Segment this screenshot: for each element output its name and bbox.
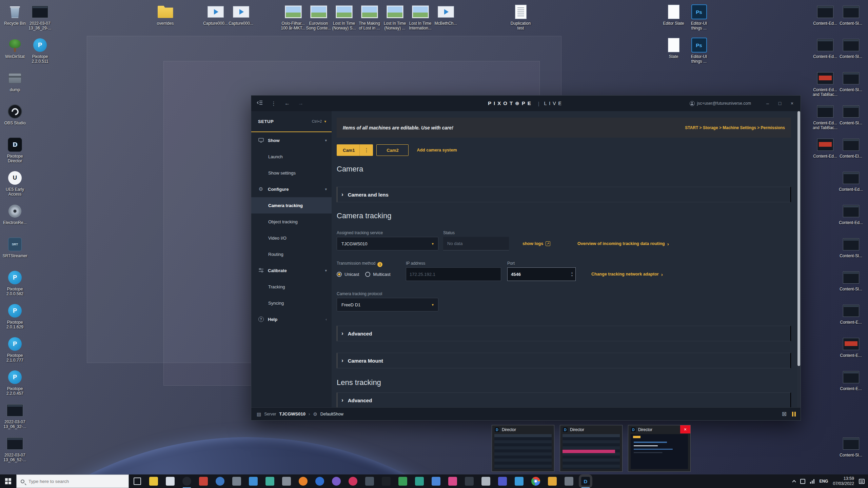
mint-app-icon[interactable]	[415, 477, 424, 486]
sidebar-item-show-settings[interactable]: Show settings	[251, 165, 332, 181]
desktop-icon[interactable]: Pixotope 2.0.0.582	[1, 268, 29, 302]
obs-studio-icon[interactable]	[182, 477, 191, 486]
director-preview-card[interactable]: D Director ×	[492, 425, 554, 472]
desktop-icon[interactable]: Content-E...	[838, 302, 864, 335]
camera-tracking-protocol-select[interactable]: FreeD D1 ▾	[337, 298, 438, 311]
maximize-button[interactable]: □	[775, 99, 784, 108]
info-icon[interactable]: i	[377, 262, 382, 267]
desktop-icon[interactable]: Pixotope 2.2.0.457	[1, 368, 29, 401]
desktop-icon[interactable]: Content-Sl...	[838, 268, 864, 302]
notepad-app-icon[interactable]	[481, 477, 490, 486]
desktop-icon[interactable]: The Making of Lost in ...	[357, 3, 382, 36]
desktop-icon[interactable]: Content-Ed...	[812, 36, 838, 69]
sidebar-item-launch[interactable]: Launch	[251, 148, 332, 165]
desktop-icon[interactable]: UE5 Early Access	[1, 169, 29, 202]
scrollbar[interactable]	[797, 111, 801, 407]
sidebar-item-show[interactable]: Show ▾	[251, 132, 332, 148]
camera-mount-expander[interactable]: › Camera Mount	[337, 353, 791, 368]
desktop-icon[interactable]: Lost In Time (Norway) ...	[382, 3, 408, 36]
search-input[interactable]	[28, 479, 119, 484]
port-input[interactable]	[508, 272, 571, 277]
desktop-icon[interactable]: Content-Ed... and TabBac...	[812, 102, 838, 136]
desktop-icon[interactable]: McBethCh...	[433, 3, 458, 36]
sidebar-item-camera-tracking[interactable]: Camera tracking	[251, 197, 332, 214]
desktop-icon[interactable]: Content-Sl...	[838, 102, 864, 136]
server-name[interactable]: TJCGWS010	[279, 411, 305, 416]
camera-and-lens-expander[interactable]: › Camera and lens	[337, 187, 791, 202]
breadcrumb[interactable]: START > Storage > Machine Settings > Per…	[685, 125, 785, 130]
clock[interactable]: 13:59 07/03/2022	[833, 476, 854, 486]
action-center-icon[interactable]	[859, 479, 865, 484]
lens-advanced-expander[interactable]: › Advanced	[337, 392, 791, 407]
desktop-icon[interactable]: Editor-UI things ...	[686, 36, 712, 69]
desktop-icon[interactable]: Content-E...	[838, 368, 864, 401]
desktop-icon[interactable]: 2022-03-07 13_06_32-...	[1, 401, 29, 434]
desktop-icon[interactable]: OBS Studio	[1, 102, 29, 136]
sidebar-item-routing[interactable]: Routing	[251, 246, 332, 262]
language-indicator[interactable]: ENG	[819, 479, 828, 484]
desktop-icon[interactable]: 2022-03-07 13_06_52-...	[1, 434, 29, 468]
chrome-icon[interactable]	[531, 477, 540, 486]
desktop-icon[interactable]: Editor-UI things ...	[686, 3, 712, 36]
pixotope-director-icon[interactable]	[581, 477, 590, 486]
stepper-icons[interactable]: ▴ ▾	[571, 271, 575, 277]
green-app-icon[interactable]	[398, 477, 407, 486]
kebab-menu-icon[interactable]: ⋮	[271, 100, 276, 107]
director-preview-card[interactable]: D Director ×	[560, 425, 623, 472]
grid-app-icon[interactable]	[249, 477, 258, 486]
preview-close-button[interactable]: ×	[680, 425, 690, 433]
amber-app-icon[interactable]	[548, 477, 557, 486]
sidebar-item-calibrate[interactable]: Calibrate ▾	[251, 262, 332, 279]
desktop-icon[interactable]: Content-El...	[838, 136, 864, 169]
desktop-icon[interactable]: overrides	[153, 3, 178, 36]
spin-down-icon[interactable]: ▾	[571, 274, 573, 277]
desktop-icon[interactable]: Pixotope 2.2.0.511	[26, 36, 54, 69]
advanced-expander[interactable]: › Advanced	[337, 326, 791, 341]
close-button[interactable]: ×	[788, 99, 796, 108]
change-network-adaptor-link[interactable]: Change tracking network adaptor ›	[591, 272, 663, 277]
vlc-icon[interactable]	[299, 477, 308, 486]
taskbar-search[interactable]	[16, 474, 129, 488]
desktop-icon[interactable]: Slate	[661, 36, 686, 69]
sidebar-item-configure[interactable]: ⚙ Configure ▾	[251, 181, 332, 197]
desktop-icon[interactable]: Content-Ed...	[812, 136, 838, 169]
desktop-icon[interactable]: Content-Ed... and TabBac...	[812, 69, 838, 102]
magenta-app-icon[interactable]	[349, 477, 357, 486]
show-name[interactable]: DefaultShow	[320, 412, 343, 416]
purple-app-icon[interactable]	[332, 477, 341, 486]
sidebar-item-tracking[interactable]: Tracking	[251, 279, 332, 295]
tab-cam1[interactable]: Cam1 ⋮	[337, 144, 373, 156]
desktop-icon[interactable]: Duplication test	[508, 3, 533, 36]
desktop-icon[interactable]: dump	[1, 69, 29, 102]
desktop-icon[interactable]: Lost In Time Internation...	[408, 3, 433, 36]
desktop-icon[interactable]: Content-Sl...	[838, 69, 864, 102]
sidebar-item-help[interactable]: ? Help ‹	[251, 311, 332, 327]
pink-app-icon[interactable]	[448, 477, 457, 486]
ndi-app-icon[interactable]	[465, 477, 474, 486]
setup-selector[interactable]: SETUP Ctrl+2 ▾	[251, 111, 332, 132]
add-camera-system-button[interactable]: Add camera system	[417, 148, 457, 152]
shield-app-icon[interactable]	[232, 477, 241, 486]
desktop-icon[interactable]: Content-Sl...	[838, 36, 864, 69]
desktop-icon[interactable]: Content-Ed...	[812, 3, 838, 36]
desktop-icon[interactable]: Editor Slate	[661, 3, 686, 36]
microsoft-store-icon[interactable]	[166, 477, 175, 486]
slate-app-icon[interactable]	[365, 477, 374, 486]
file-explorer-icon[interactable]	[149, 477, 158, 486]
collapse-sidebar-icon[interactable]	[257, 100, 263, 106]
desktop-icon[interactable]: ElectronRe...	[1, 202, 29, 235]
desktop-icon[interactable]: Capture000...	[228, 3, 254, 36]
camera-app-icon[interactable]	[565, 477, 573, 486]
terminal-app-icon[interactable]	[382, 477, 391, 486]
minimize-button[interactable]: –	[763, 99, 772, 108]
desktop-icon[interactable]: Content-Ed...	[838, 202, 864, 235]
director-preview-card[interactable]: D Director ×	[628, 425, 691, 472]
back-icon[interactable]: ←	[284, 100, 290, 106]
multicast-radio[interactable]: Multicast	[365, 272, 390, 277]
desktop-icon[interactable]: Content-Sl...	[838, 3, 864, 36]
tracking-data-routing-link[interactable]: Overview of incoming tracking data routi…	[577, 241, 669, 246]
task-view-button[interactable]	[134, 477, 141, 485]
ip-address-input[interactable]	[406, 267, 501, 281]
start-button[interactable]	[0, 474, 16, 488]
desktop-icon[interactable]: Pixotope 2.1.0.777	[1, 335, 29, 368]
